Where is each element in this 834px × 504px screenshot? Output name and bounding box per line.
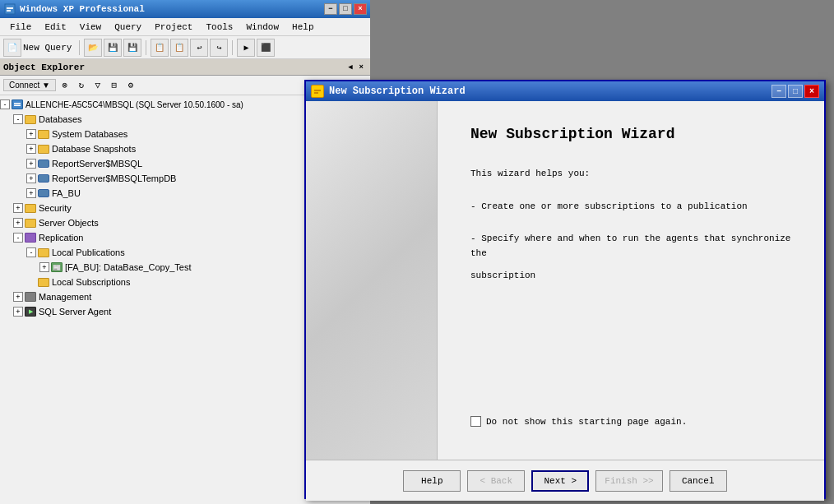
wizard-desc-1: This wizard helps you: xyxy=(470,167,791,182)
security-icon xyxy=(25,204,36,213)
publication-label: [FA_BU]: DataBase_Copy_Test xyxy=(65,262,191,272)
checkbox-area: Do not show this starting page again. xyxy=(470,416,791,427)
help-button[interactable]: Help xyxy=(403,470,461,492)
back-label: < Back xyxy=(480,476,512,486)
wizard-max-button[interactable]: □ xyxy=(788,85,803,98)
title-bar-buttons: − □ × xyxy=(324,3,367,15)
snapshot-expand[interactable]: + xyxy=(26,144,36,154)
ssms-max-button[interactable]: □ xyxy=(339,3,352,15)
wizard-spacer xyxy=(470,292,791,416)
menu-bar: File Edit View Query Project Tools Windo… xyxy=(0,18,370,36)
connect-label: Connect ▼ xyxy=(9,81,50,90)
wizard-main: New Subscription Wizard This wizard help… xyxy=(438,101,824,460)
wizard-desc-4: subscription xyxy=(470,269,791,284)
replication-expand[interactable]: - xyxy=(13,233,23,243)
new-query-icon[interactable]: 📄 xyxy=(3,39,21,57)
snapshot-folder-icon xyxy=(38,145,49,154)
next-label: Next > xyxy=(544,476,577,486)
menu-tools[interactable]: Tools xyxy=(199,21,239,34)
system-db-expand[interactable]: + xyxy=(26,129,36,139)
properties-btn[interactable]: ⚙ xyxy=(123,78,138,93)
svg-rect-8 xyxy=(314,92,318,94)
back-button[interactable]: < Back xyxy=(467,470,525,492)
reportserver-mbsql-label: ReportServer$MBSQL xyxy=(52,159,142,169)
wizard-min-button[interactable]: − xyxy=(771,85,786,98)
ssms-app-icon xyxy=(3,2,16,16)
save-all-btn[interactable]: 💾 xyxy=(123,39,141,57)
wizard-footer: Help < Back Next > Finish >> Cancel xyxy=(306,460,824,501)
wizard-sidebar xyxy=(306,101,438,460)
paste-btn[interactable]: 📋 xyxy=(170,39,188,57)
ssms-close-button[interactable]: × xyxy=(354,3,367,15)
local-sub-icon xyxy=(38,278,49,287)
rs-mbsql-icon xyxy=(38,160,49,168)
agent-icon: ▶ xyxy=(25,307,36,317)
svg-rect-5 xyxy=(14,105,21,107)
system-databases-label: System Databases xyxy=(52,129,127,139)
wizard-desc-2: - Create one or more subscriptions to a … xyxy=(470,200,791,215)
security-label: Security xyxy=(39,203,72,213)
agent-expand[interactable]: + xyxy=(13,307,23,317)
wizard-main-title: New Subscription Wizard xyxy=(470,126,791,142)
databases-label: Databases xyxy=(39,114,82,124)
next-button[interactable]: Next > xyxy=(531,470,589,492)
refresh-btn[interactable]: ↻ xyxy=(74,78,89,93)
server-objects-icon xyxy=(25,219,36,228)
menu-query[interactable]: Query xyxy=(108,21,148,34)
svg-rect-3 xyxy=(13,100,21,109)
security-expand[interactable]: + xyxy=(13,203,23,213)
redo-btn[interactable]: ↪ xyxy=(210,39,228,57)
srv-obj-expand[interactable]: + xyxy=(13,218,23,228)
databases-expand[interactable]: - xyxy=(13,114,23,124)
pub-expand[interactable]: + xyxy=(39,262,49,272)
menu-project[interactable]: Project xyxy=(148,21,199,34)
local-pub-expand[interactable]: - xyxy=(26,247,36,257)
menu-view[interactable]: View xyxy=(73,21,108,34)
main-toolbar: 📄 New Query 📂 💾 💾 📋 📋 ↩ ↪ ▶ ⬛ xyxy=(0,36,370,59)
object-explorer-close[interactable]: × xyxy=(356,63,367,72)
undo-btn[interactable]: ↩ xyxy=(190,39,208,57)
management-label: Management xyxy=(39,292,91,302)
collapse-btn[interactable]: ⊟ xyxy=(107,78,122,93)
filter-btn[interactable]: ▽ xyxy=(90,78,105,93)
mgmt-expand[interactable]: + xyxy=(13,292,23,302)
fa-bu-label: FA_BU xyxy=(52,188,81,198)
toolbar-sep-3 xyxy=(232,40,233,55)
disconnect-btn[interactable]: ⊗ xyxy=(58,78,72,93)
run-btn[interactable]: ▶ xyxy=(237,39,255,57)
server-icon xyxy=(12,99,23,109)
server-label: ALLENCHE-A5C5C4\MBSQL (SQL Server 10.50.… xyxy=(25,100,243,109)
local-publications-label: Local Publications xyxy=(52,247,125,257)
svg-rect-2 xyxy=(7,10,11,12)
wizard-title-text: New Subscription Wizard xyxy=(329,86,771,97)
databases-folder-icon xyxy=(25,115,36,124)
save-btn[interactable]: 💾 xyxy=(104,39,122,57)
new-query-label[interactable]: New Query xyxy=(23,43,72,53)
menu-edit[interactable]: Edit xyxy=(38,21,72,34)
cancel-button[interactable]: Cancel xyxy=(670,470,727,492)
wizard-dialog: New Subscription Wizard − □ × xyxy=(304,80,826,499)
object-explorer-pin[interactable]: ◀ xyxy=(345,62,355,72)
finish-button[interactable]: Finish >> xyxy=(595,470,662,492)
rs-expand[interactable]: + xyxy=(26,159,36,169)
open-file-btn[interactable]: 📂 xyxy=(84,39,102,57)
ssms-title-text: Windows XP Professional xyxy=(20,4,324,14)
menu-help[interactable]: Help xyxy=(285,21,320,34)
server-expand[interactable]: - xyxy=(0,99,10,109)
toolbar-sep-1 xyxy=(79,40,80,55)
stop-btn[interactable]: ⬛ xyxy=(257,39,275,57)
tempdb-expand[interactable]: + xyxy=(26,173,36,183)
no-show-checkbox[interactable] xyxy=(470,416,481,427)
ssms-min-button[interactable]: − xyxy=(324,3,337,15)
system-db-icon xyxy=(38,130,49,139)
menu-file[interactable]: File xyxy=(3,21,38,34)
copy-btn[interactable]: 📋 xyxy=(151,39,169,57)
server-objects-label: Server Objects xyxy=(39,218,99,228)
connect-button[interactable]: Connect ▼ xyxy=(3,79,56,91)
tempdb-icon xyxy=(38,174,49,183)
wizard-close-button[interactable]: × xyxy=(804,85,819,98)
menu-window[interactable]: Window xyxy=(239,21,285,34)
replication-icon xyxy=(25,233,36,243)
fa-bu-expand[interactable]: + xyxy=(26,188,36,198)
object-explorer-title: Object Explorer xyxy=(3,62,345,72)
